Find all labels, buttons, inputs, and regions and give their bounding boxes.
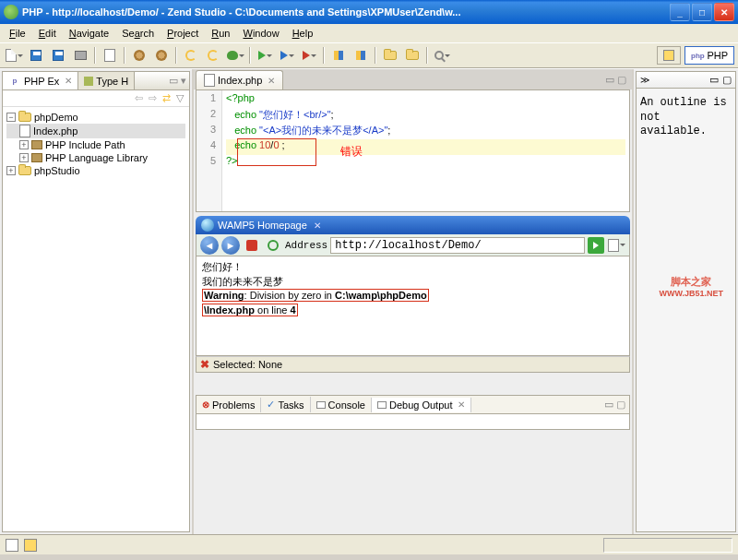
save-all-button[interactable]: [48, 45, 68, 66]
tool-button-2[interactable]: [203, 45, 223, 66]
tree-project-2[interactable]: +phpStudio: [6, 164, 185, 177]
browser-back-button[interactable]: ◄: [200, 236, 219, 255]
menu-run[interactable]: Run: [206, 26, 235, 41]
window-titlebar: PHP - http://localhost/Demo/ - Zend Stud…: [0, 0, 738, 24]
line-gutter: 12345: [196, 90, 222, 211]
minimize-button[interactable]: _: [670, 3, 690, 21]
browser-tab-title: WAMP5 Homepage: [218, 220, 307, 231]
project-tree: −phpDemo Index.php +PHP Include Path +PH…: [3, 107, 189, 181]
address-label: Address: [285, 240, 327, 251]
bottom-max-icon[interactable]: ▢: [616, 399, 625, 411]
browser-go-button[interactable]: [588, 237, 604, 254]
run-button[interactable]: [255, 45, 275, 66]
address-input[interactable]: [330, 237, 585, 254]
build-all-button[interactable]: [151, 45, 172, 66]
new-php-button[interactable]: [100, 45, 120, 66]
bottom-min-icon[interactable]: ▭: [604, 399, 613, 411]
open-button[interactable]: [380, 45, 400, 66]
print-button[interactable]: [70, 45, 90, 66]
watermark: 脚本之家 WWW.JB51.NET: [659, 275, 723, 298]
tree-file-index[interactable]: Index.php: [6, 124, 185, 138]
open-perspective-button[interactable]: [657, 46, 681, 65]
menu-window[interactable]: Window: [237, 26, 284, 41]
close-icon[interactable]: ✕: [65, 76, 72, 86]
save-button[interactable]: [26, 45, 46, 66]
tree-language-library[interactable]: +PHP Language Library: [6, 151, 185, 164]
minimize-view-icon[interactable]: ▭: [169, 75, 178, 87]
collapse-icon[interactable]: ▽: [176, 92, 184, 104]
debug-output-body: [196, 413, 630, 430]
status-icon-1[interactable]: [6, 539, 18, 552]
menu-help[interactable]: Help: [287, 26, 319, 41]
menu-edit[interactable]: Edit: [33, 26, 62, 41]
view-menu-icon[interactable]: ▾: [181, 75, 186, 87]
browser-content: 您们好！ 我们的未来不是梦 Warning: Division by zero …: [196, 256, 630, 356]
tree-project[interactable]: −phpDemo: [6, 111, 185, 124]
editor-tab-index[interactable]: Index.php✕: [196, 70, 283, 89]
menu-file[interactable]: FFileile: [4, 26, 31, 41]
maximize-button[interactable]: □: [692, 3, 712, 21]
close-tab-icon[interactable]: ✕: [268, 76, 275, 86]
tree-include-path[interactable]: +PHP Include Path: [6, 138, 185, 151]
browser-forward-button[interactable]: ►: [221, 236, 240, 255]
new-button[interactable]: [4, 45, 24, 66]
main-toolbar: phpPHP: [0, 42, 738, 68]
browser-refresh-button[interactable]: [264, 236, 282, 255]
menu-navigate[interactable]: Navigate: [64, 26, 114, 41]
window-title: PHP - http://localhost/Demo/ - Zend Stud…: [22, 6, 670, 18]
browser-close-icon[interactable]: ✕: [314, 220, 321, 231]
tab-console[interactable]: Console: [311, 398, 372, 412]
editor-min-icon[interactable]: ▭: [605, 74, 614, 86]
close-button[interactable]: ✕: [714, 3, 734, 21]
tab-tasks[interactable]: ✓Tasks: [261, 397, 310, 412]
error-highlight-box: [237, 138, 316, 166]
back-icon[interactable]: ⇦: [135, 92, 143, 104]
search-button[interactable]: [432, 45, 452, 66]
menu-project[interactable]: Project: [161, 26, 204, 41]
error-label: 错误: [340, 144, 363, 160]
browser-menu-button[interactable]: [607, 236, 625, 255]
menu-search[interactable]: Search: [116, 26, 160, 41]
outline-max-icon[interactable]: ▢: [722, 74, 732, 86]
browser-stop-button[interactable]: [243, 236, 261, 255]
ext-tools-button[interactable]: [299, 45, 319, 66]
app-icon: [4, 5, 18, 19]
browser-view: WAMP5 Homepage ✕ ◄ ► Address 您们好！ 我们的未来不…: [196, 216, 630, 391]
editor-max-icon[interactable]: ▢: [617, 74, 626, 86]
error-icon: ✖: [200, 358, 209, 371]
browser-statusbar: ✖ Selected: None: [196, 356, 630, 373]
tab-type-hierarchy[interactable]: Type H: [78, 72, 135, 89]
build-button[interactable]: [129, 45, 149, 66]
debug-button[interactable]: [225, 45, 245, 66]
tool-button-1[interactable]: [181, 45, 201, 66]
outline-icon: ≫: [640, 75, 649, 85]
link-icon[interactable]: ⇄: [162, 92, 171, 104]
perspective-php[interactable]: phpPHP: [684, 46, 734, 65]
warning-box: Warning: Division by zero in C:\wamp\php…: [202, 289, 429, 302]
run-profile-button[interactable]: [277, 45, 297, 66]
tab-php-explorer[interactable]: pPHP Ex✕: [3, 72, 78, 89]
outline-view: ≫ ▭▢ An outline is not available.: [636, 71, 736, 532]
outline-message: An outline is not available.: [637, 89, 735, 147]
code-editor[interactable]: 12345 <?php echo "您们好！<br/>"; echo "<A>我…: [196, 89, 630, 212]
globe-icon: [201, 219, 214, 232]
step2-button[interactable]: [351, 45, 371, 66]
open2-button[interactable]: [402, 45, 423, 66]
menubar: FFileile Edit Navigate Search Project Ru…: [0, 24, 738, 42]
outline-min-icon[interactable]: ▭: [709, 74, 719, 86]
statusbar: [0, 534, 738, 554]
tab-problems[interactable]: ⊗Problems: [196, 398, 261, 412]
status-icon-2[interactable]: [24, 539, 37, 552]
tab-debug-output[interactable]: Debug Output✕: [372, 398, 472, 412]
forward-icon[interactable]: ⇨: [149, 92, 157, 104]
close-icon[interactable]: ✕: [458, 399, 465, 410]
step-button[interactable]: [328, 45, 349, 66]
